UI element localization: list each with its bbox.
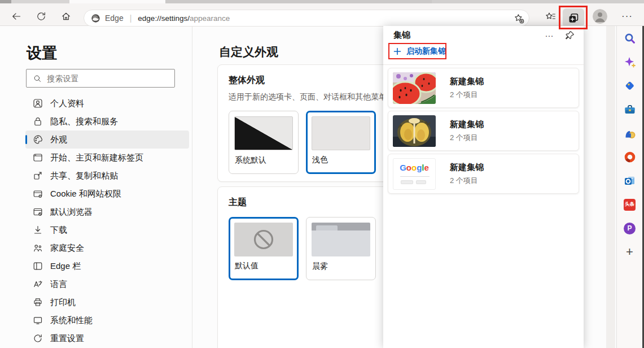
back-button[interactable] <box>7 8 26 25</box>
url-text: edge://settings/appearance <box>138 14 230 23</box>
sidebar-item-label: 重置设置 <box>50 333 84 344</box>
rail-toolbox-button[interactable] <box>620 99 640 120</box>
focus-underline <box>392 58 440 59</box>
favorites-button[interactable] <box>541 8 560 25</box>
scrollbar-track[interactable] <box>606 26 615 348</box>
star-add-icon <box>514 13 524 24</box>
collection-item[interactable]: Google 新建集锦 2 个项目 <box>388 154 579 194</box>
avatar-icon <box>593 9 607 24</box>
pin-icon <box>564 30 575 41</box>
sidebar-item-profile[interactable]: 个人资料 <box>25 94 189 112</box>
sidebar-item-privacy[interactable]: 隐私、搜索和服务 <box>25 112 189 130</box>
sidebar-item-languages[interactable]: 语言 <box>25 275 189 293</box>
no-symbol-icon <box>252 228 275 251</box>
sidebar-item-system[interactable]: 系统和性能 <box>25 311 189 329</box>
refresh-button[interactable] <box>32 8 51 25</box>
plus-icon: + <box>626 246 633 258</box>
sidebar-item-default-browser[interactable]: 默认浏览器 <box>25 203 189 221</box>
rail-search-button[interactable] <box>620 28 640 49</box>
edge-bar-icon <box>33 261 43 271</box>
collection-item[interactable]: 新建集锦 2 个项目 <box>388 111 579 151</box>
collection-text: 新建集锦 2 个项目 <box>450 76 484 100</box>
collection-title: 新建集锦 <box>450 162 484 173</box>
favorites-star-icon <box>545 11 556 22</box>
collection-thumbnail-watermelon <box>393 72 436 104</box>
home-icon <box>61 11 71 21</box>
rail-toutiao-button[interactable]: 头条 <box>620 194 640 215</box>
appearance-option-light[interactable]: 浅色 <box>306 111 376 174</box>
more-icon: ··· <box>545 31 554 40</box>
site-label: Edge <box>105 14 124 23</box>
rail-p-app-button[interactable]: P <box>620 218 640 238</box>
price-tag-icon <box>624 80 636 92</box>
collection-thumbnail-google: Google <box>393 158 436 190</box>
theme-option-default[interactable]: 默认值 <box>229 217 299 280</box>
sidebar-item-label: 系统和性能 <box>50 315 93 326</box>
sidebar-item-start-home[interactable]: 开始、主页和新建标签页 <box>25 149 189 167</box>
sparkle-icon <box>624 56 636 68</box>
rail-outlook-button[interactable] <box>620 171 640 191</box>
sidebar-item-downloads[interactable]: 下载 <box>25 221 189 239</box>
sidebar-item-label: 开始、主页和新建标签页 <box>50 153 143 163</box>
profile-icon <box>33 98 43 108</box>
sidebar-item-share-copy[interactable]: 共享、复制和粘贴 <box>25 167 189 185</box>
home-button[interactable] <box>56 8 76 25</box>
system-default-preview <box>234 116 293 150</box>
rail-discover-button[interactable] <box>620 52 640 72</box>
google-logo: Google <box>393 163 435 172</box>
sidebar-item-family[interactable]: 家庭安全 <box>25 239 189 257</box>
new-tab-page-icon <box>33 153 43 163</box>
games-icon <box>624 127 636 140</box>
sidebar-item-reset[interactable]: 重置设置 <box>25 329 189 347</box>
google-search-bar <box>400 176 430 177</box>
rail-office-button[interactable] <box>620 147 640 167</box>
collections-more-button[interactable]: ··· <box>542 29 557 41</box>
sidebar-item-printers[interactable]: 打印机 <box>25 293 189 311</box>
microsoft-365-icon <box>624 151 636 163</box>
page-title: 设置 <box>27 43 57 63</box>
settings-more-button[interactable]: ··· <box>617 8 637 25</box>
rail-shopping-button[interactable] <box>620 76 640 96</box>
collections-button[interactable] <box>563 8 584 27</box>
settings-search-box[interactable] <box>26 69 175 88</box>
sidebar-item-label: 共享、复制和粘贴 <box>50 171 118 181</box>
rail-games-button[interactable] <box>620 123 640 143</box>
settings-nav: 个人资料 隐私、搜索和服务 外观 开始、主页和新建标签页 共享、复制和粘贴 Co… <box>25 94 189 347</box>
collections-icon <box>568 12 579 24</box>
collection-text: 新建集锦 2 个项目 <box>450 119 484 143</box>
sidebar-divider <box>192 26 192 348</box>
sidebar-item-label: 默认浏览器 <box>50 207 93 218</box>
theme-option-mist[interactable]: 晨雾 <box>306 217 376 280</box>
rail-add-button[interactable]: + <box>620 242 640 262</box>
sidebar-item-label: 家庭安全 <box>50 243 84 254</box>
add-favorite-button[interactable] <box>514 13 524 24</box>
back-icon <box>11 11 21 21</box>
collection-count: 2 个项目 <box>450 176 484 186</box>
collection-item[interactable]: 新建集锦 2 个项目 <box>388 68 579 108</box>
address-bar[interactable]: Edge | edge://settings/appearance <box>84 10 529 27</box>
search-input[interactable] <box>47 74 170 83</box>
plus-icon <box>393 47 401 55</box>
family-safety-icon <box>33 243 43 253</box>
refresh-icon <box>36 11 46 21</box>
search-icon <box>624 32 636 45</box>
palette-icon <box>33 134 43 145</box>
profile-avatar-button[interactable] <box>590 8 610 25</box>
default-browser-icon <box>33 207 43 217</box>
collections-pin-button[interactable] <box>562 28 577 42</box>
toolbox-icon <box>624 103 636 116</box>
theme-mist-preview <box>312 223 370 256</box>
content-title: 自定义外观 <box>219 44 278 60</box>
collections-list: 新建集锦 2 个项目 新建集锦 <box>388 68 579 194</box>
appearance-option-system-default[interactable]: 系统默认 <box>229 111 299 174</box>
start-new-collection-button[interactable]: 启动新集锦 <box>393 45 446 58</box>
sidebar-item-label: 打印机 <box>50 297 76 308</box>
collection-title: 新建集锦 <box>450 119 484 130</box>
collection-count: 2 个项目 <box>450 133 484 143</box>
sidebar-item-edge-bar[interactable]: Edge 栏 <box>25 257 189 275</box>
sidebar-item-label: 语言 <box>50 279 67 290</box>
sidebar-item-cookies[interactable]: Cookie 和网站权限 <box>25 185 189 203</box>
lock-icon <box>33 116 43 127</box>
sidebar-item-appearance[interactable]: 外观 <box>25 130 189 149</box>
browser-toolbar: Edge | edge://settings/appearance <box>0 3 644 26</box>
